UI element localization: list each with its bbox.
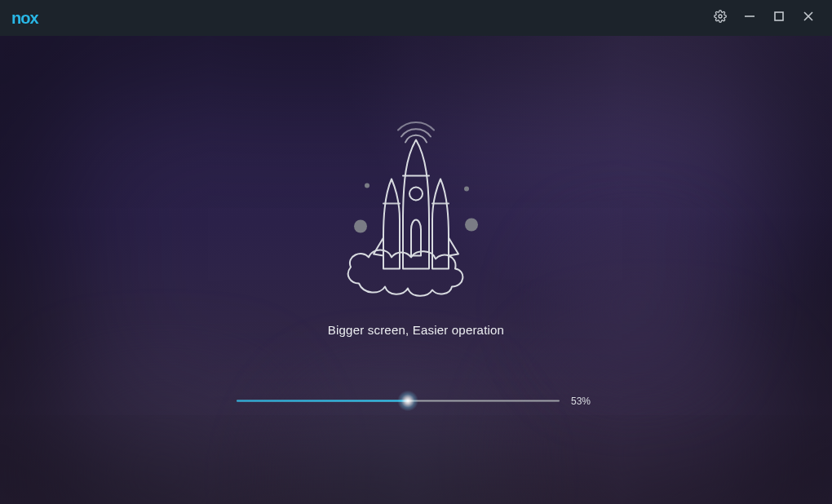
svg-point-6 bbox=[354, 219, 367, 232]
splash-screen: Bigger screen, Easier operation 53% bbox=[0, 36, 832, 504]
svg-point-5 bbox=[409, 187, 423, 200]
app-window: nox bbox=[0, 0, 832, 504]
loading-progress: 53% bbox=[237, 395, 595, 406]
progress-track bbox=[237, 400, 560, 401]
close-icon bbox=[803, 11, 814, 25]
rocket-icon bbox=[310, 115, 522, 319]
settings-button[interactable] bbox=[708, 6, 732, 30]
minimize-button[interactable] bbox=[737, 6, 762, 30]
gear-icon bbox=[714, 10, 727, 26]
progress-percent-label: 53% bbox=[571, 395, 595, 406]
maximize-icon bbox=[773, 11, 785, 25]
splash-tagline: Bigger screen, Easier operation bbox=[328, 322, 504, 336]
svg-rect-2 bbox=[775, 12, 783, 20]
svg-point-0 bbox=[719, 15, 722, 18]
maximize-button[interactable] bbox=[767, 6, 791, 30]
minimize-icon bbox=[744, 11, 755, 25]
progress-fill bbox=[237, 400, 408, 401]
svg-point-9 bbox=[464, 186, 469, 191]
close-button[interactable] bbox=[796, 6, 821, 30]
titlebar: nox bbox=[0, 0, 832, 36]
svg-point-8 bbox=[365, 183, 370, 188]
app-logo: nox bbox=[11, 9, 38, 28]
svg-point-7 bbox=[465, 218, 478, 231]
